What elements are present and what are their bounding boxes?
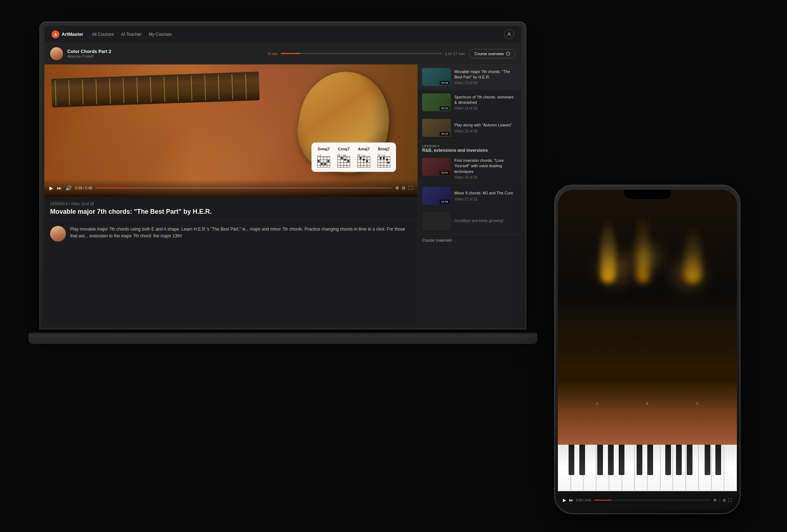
logo-text: ArtMaster <box>62 32 83 37</box>
phone-time-display: 0:35 / 6:41 <box>576 498 592 502</box>
video-background <box>44 64 417 197</box>
thumb-duration-15: 06:32 <box>440 132 450 136</box>
logo[interactable]: A ArtMaster <box>52 30 83 38</box>
lesson-description-text: Play movable major 7th chords using both… <box>70 226 412 240</box>
progress-time-end: 1 hr 17 min <box>445 52 465 56</box>
sidebar-video-13[interactable]: 05:48 Movable major 7th chords: "The Bes… <box>418 64 521 90</box>
nav-ai-teacher[interactable]: AI Teacher <box>121 32 141 37</box>
svg-point-24 <box>341 157 343 159</box>
video-num-15: Video 15 of 18 <box>454 129 517 133</box>
thumb-duration-16: 05:50 <box>440 171 450 175</box>
phone-power-button[interactable] <box>739 250 740 279</box>
svg-text:5fr × ●: 5fr × ● <box>357 154 364 156</box>
phone-fullscreen-icon[interactable]: ⛶ <box>728 498 732 502</box>
laptop-screen: A ArtMaster All Courses AI Teacher My Co… <box>44 26 521 325</box>
laptop-body: A ArtMaster All Courses AI Teacher My Co… <box>39 21 526 329</box>
sidebar-video-17[interactable]: 04:58 Minor 9 chords: MJ and The Cure Vi… <box>418 183 521 209</box>
phone-skip-button[interactable]: ⏭ <box>569 498 573 503</box>
chord-name-gmaj7: Gmaj7 <box>318 147 330 151</box>
chord-name-bmaj7: Bmaj7 <box>378 147 390 151</box>
video-num-16: Video 16 of 18 <box>454 175 517 179</box>
thumb-duration-17: 04:58 <box>440 200 450 204</box>
svg-point-49 <box>387 161 390 164</box>
skip-forward-button[interactable]: ⏭ <box>57 185 62 191</box>
sidebar-video-14[interactable]: 06:30 Spectrum of 7th chords: dominant &… <box>418 90 521 115</box>
nav-all-courses[interactable]: All Courses <box>92 32 114 37</box>
black-key-1 <box>569 445 574 475</box>
video-num-14: Video 14 of 18 <box>454 106 517 110</box>
phone-body: A E C <box>554 185 740 514</box>
svg-point-46 <box>380 157 382 159</box>
phone-notch <box>624 190 671 199</box>
chord-bmaj7: Bmaj7 7fr × ● <box>377 147 390 168</box>
video-thumb-14: 06:30 <box>422 93 451 111</box>
progress-bar-container: 8 min 1 hr 17 min <box>268 52 465 56</box>
white-key-3 <box>583 445 596 491</box>
lesson5-name: R&B, extensions and inversions <box>422 148 517 153</box>
navbar: A ArtMaster All Courses AI Teacher My Co… <box>44 26 521 43</box>
thumb-duration-13: 05:48 <box>440 81 450 85</box>
phone-vol-down-button[interactable] <box>554 266 555 284</box>
video-thumb-15: 06:32 <box>422 119 451 137</box>
phone-play-button[interactable]: ▶ <box>563 498 566 503</box>
phone-vol-up-button[interactable] <box>554 243 555 261</box>
sidebar-video-15[interactable]: 06:32 Play along with "Autumn Leaves" Vi… <box>418 115 521 141</box>
video-meta-18: Goodbye and keep growing! <box>454 212 517 230</box>
lesson-info: LESSON 4 • Video 13 of 18 Movable major … <box>44 197 417 221</box>
progress-fill <box>281 53 300 54</box>
course-materials[interactable]: Course materials <box>418 234 521 246</box>
play-button[interactable]: ▶ <box>49 185 53 191</box>
black-key-7 <box>647 445 653 475</box>
phone-pip-icon[interactable]: ⧉ <box>723 498 726 503</box>
sidebar-video-16[interactable]: 05:50 First inversion chords: "Love Your… <box>418 154 521 183</box>
bokeh-glow-3 <box>669 254 708 294</box>
video-thumb-17: 04:58 <box>422 187 451 205</box>
sidebar-video-18[interactable]: Goodbye and keep growing! <box>418 209 521 234</box>
course-author-avatar <box>50 47 63 60</box>
black-key-4 <box>608 445 614 475</box>
svg-point-35 <box>359 157 362 159</box>
chord-amaj7: Amaj7 5fr × ● <box>357 147 370 168</box>
phone-progress-track[interactable] <box>594 500 710 500</box>
phone-settings-icon[interactable]: ⚙ <box>713 498 717 503</box>
key-label-a: A <box>596 402 598 405</box>
chord-diagram-overlay: Gmaj7 × × <box>312 142 396 172</box>
fullscreen-icon[interactable]: ⛶ <box>408 185 412 190</box>
instructor-avatar <box>50 226 66 242</box>
picture-in-picture-icon[interactable]: ⧉ <box>402 185 405 190</box>
phone-share-icon[interactable]: ↑ <box>719 498 721 502</box>
chord-name-cmaj7: Cmaj7 <box>338 147 349 151</box>
app-ui: A ArtMaster All Courses AI Teacher My Co… <box>44 26 521 325</box>
video-thumb-16: 05:50 <box>422 158 451 176</box>
settings-icon[interactable]: ⚙ <box>395 185 399 190</box>
video-controls-right: ⚙ ⧉ ⛶ <box>395 185 412 190</box>
course-overview-button[interactable]: Course overview <box>469 49 516 58</box>
video-meta-13: Movable major 7th chords: "The Best Part… <box>454 68 517 86</box>
svg-point-15 <box>327 160 329 162</box>
video-controls: ▶ ⏭ 🔊 0:38 / 5:48 ⚙ ⧉ <box>44 179 417 197</box>
video-player[interactable]: Gmaj7 × × <box>44 64 417 197</box>
nav-my-courses[interactable]: My Courses <box>149 32 172 37</box>
black-key-12 <box>715 445 721 475</box>
video-progress-track[interactable] <box>96 188 392 188</box>
black-key-2 <box>579 445 585 475</box>
piano-keyboard <box>558 445 737 491</box>
svg-point-47 <box>383 157 385 159</box>
svg-point-12 <box>318 160 320 162</box>
video-title-15: Play along with "Autumn Leaves" <box>454 122 517 128</box>
svg-point-36 <box>363 159 365 161</box>
volume-button[interactable]: 🔊 <box>66 185 72 191</box>
user-profile-icon[interactable] <box>504 29 514 39</box>
lesson5-header: LESSON 5 R&B, extensions and inversions <box>418 141 521 154</box>
video-title-13: Movable major 7th chords: "The Best Part… <box>454 69 517 80</box>
black-key-6 <box>637 445 642 475</box>
lesson-meta: LESSON 4 • Video 13 of 18 <box>50 202 412 206</box>
phone-ctrl-icons-right: ⚙ ↑ ⧉ ⛶ <box>713 498 732 503</box>
chord-name-amaj7: Amaj7 <box>358 147 370 151</box>
black-key-5 <box>619 445 624 475</box>
svg-point-13 <box>321 163 323 165</box>
svg-point-0 <box>508 33 510 34</box>
progress-track[interactable] <box>281 53 442 54</box>
phone-screen: A E C <box>558 190 737 509</box>
svg-point-25 <box>344 159 346 161</box>
